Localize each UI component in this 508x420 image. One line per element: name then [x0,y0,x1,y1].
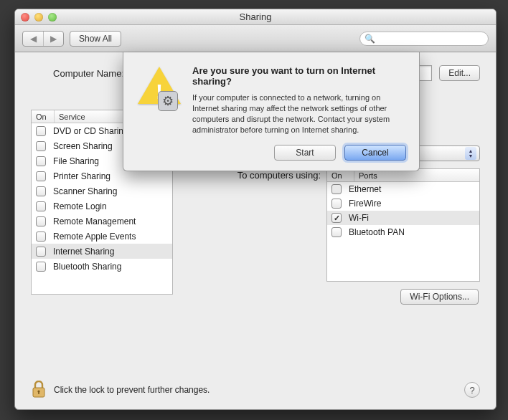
sheet-text: Are you sure you want to turn on Interne… [192,65,406,135]
port-row[interactable]: ✓Wi-Fi [327,211,479,225]
cancel-button[interactable]: Cancel [344,145,406,161]
service-label: File Sharing [53,156,99,166]
edit-button[interactable]: Edit... [439,65,480,81]
service-row[interactable]: Remote Login [32,199,172,214]
help-button[interactable]: ? [464,382,480,398]
footer: Click the lock to prevent further change… [31,381,480,399]
service-row[interactable]: Remote Apple Events [32,229,172,244]
back-button[interactable]: ◀ [23,32,43,46]
ports-list: On Ports EthernetFireWire✓Wi-FiBluetooth… [326,168,480,282]
search-input[interactable] [378,34,484,44]
service-label: DVD or CD Sharing [53,126,128,136]
zoom-window-button[interactable] [48,13,57,22]
show-all-button[interactable]: Show All [70,31,121,47]
service-label: Internet Sharing [53,247,114,257]
service-checkbox[interactable] [36,186,46,196]
warning-icon: ! ⚙ [136,65,182,111]
service-label: Remote Apple Events [53,232,136,242]
service-label: Screen Sharing [53,141,113,151]
service-label: Remote Login [53,201,107,211]
sheet-heading: Are you sure you want to turn on Interne… [192,65,406,87]
preferences-window: Sharing ◀ ▶ Show All 🔍 Computer Name: Ed… [14,9,497,410]
sheet-body: ! ⚙ Are you sure you want to turn on Int… [136,65,406,135]
service-checkbox[interactable] [36,247,46,257]
toolbar: ◀ ▶ Show All 🔍 [15,25,496,52]
service-checkbox[interactable] [36,126,46,136]
minimize-window-button[interactable] [34,13,43,22]
port-row[interactable]: FireWire [327,196,479,211]
service-row[interactable]: Remote Management [32,214,172,229]
window-title: Sharing [15,11,496,22]
titlebar: Sharing [15,9,496,25]
port-row[interactable]: Bluetooth PAN [327,225,479,239]
sharing-pref-icon: ⚙ [158,91,178,111]
confirm-sheet: ! ⚙ Are you sure you want to turn on Int… [123,52,420,171]
port-checkbox[interactable] [331,184,342,194]
port-checkbox[interactable] [331,227,342,237]
service-label: Bluetooth Sharing [53,262,121,272]
port-label: Wi-Fi [349,213,369,223]
select-arrows-icon: ▲▼ [465,147,476,160]
search-icon: 🔍 [364,34,375,44]
port-checkbox[interactable] [331,199,342,209]
service-checkbox[interactable] [36,141,46,151]
service-row[interactable]: Bluetooth Sharing [32,259,172,274]
service-label: Scanner Sharing [53,186,117,196]
ports-row: To computers using: On Ports EthernetFir… [186,168,480,282]
port-label: Ethernet [349,184,381,194]
lock-icon[interactable] [31,381,47,399]
service-label: Remote Management [53,216,136,226]
nav-segment: ◀ ▶ [22,31,64,47]
ports-body: EthernetFireWire✓Wi-FiBluetooth PAN [327,182,479,239]
service-checkbox[interactable] [36,201,46,211]
port-checkbox[interactable]: ✓ [331,213,342,223]
service-row[interactable]: Scanner Sharing [32,183,172,199]
port-label: Bluetooth PAN [349,227,405,237]
wifi-options-button[interactable]: Wi-Fi Options... [400,289,479,305]
lock-text: Click the lock to prevent further change… [54,385,210,395]
forward-button[interactable]: ▶ [43,32,63,46]
start-button[interactable]: Start [274,145,336,161]
service-checkbox[interactable] [36,216,46,226]
service-row[interactable]: Internet Sharing [32,244,172,259]
search-field[interactable]: 🔍 [359,32,489,46]
window-controls [21,13,57,22]
sheet-message: If your computer is connected to a netwo… [192,92,406,135]
port-row[interactable]: Ethernet [327,182,479,196]
svg-rect-2 [38,391,39,394]
service-checkbox[interactable] [36,171,46,181]
sheet-buttons: Start Cancel [136,145,406,161]
service-label: Printer Sharing [53,171,110,181]
services-header-on[interactable]: On [32,110,55,123]
service-checkbox[interactable] [36,232,46,242]
to-computers-label: To computers using: [186,168,321,282]
close-window-button[interactable] [21,13,29,22]
service-checkbox[interactable] [36,262,46,272]
service-checkbox[interactable] [36,156,46,166]
port-label: FireWire [349,199,381,209]
computer-name-label: Computer Name: [31,68,124,79]
